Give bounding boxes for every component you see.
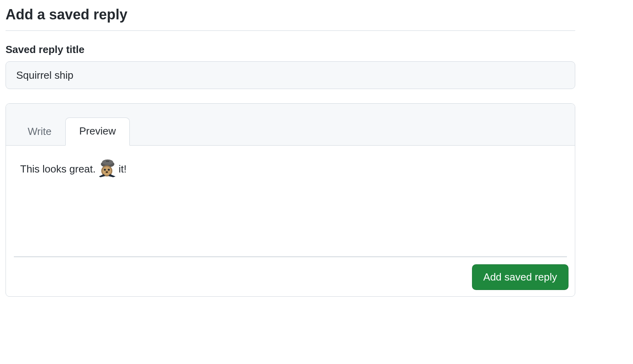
title-input[interactable] (6, 61, 575, 89)
editor-box: Write Preview This looks great. (6, 103, 575, 297)
shipit-squirrel-icon (98, 158, 116, 180)
editor-footer-separator (14, 256, 567, 257)
title-divider (6, 30, 575, 31)
tab-bar: Write Preview (6, 104, 575, 146)
svg-point-1 (102, 159, 113, 165)
tab-preview[interactable]: Preview (65, 118, 129, 146)
tab-write[interactable]: Write (14, 118, 65, 146)
preview-text-before: This looks great. (20, 163, 96, 175)
preview-text: This looks great. it! (20, 158, 561, 180)
svg-point-6 (108, 169, 110, 171)
preview-text-after: it! (119, 163, 127, 175)
svg-point-4 (102, 167, 111, 175)
svg-rect-2 (106, 161, 109, 162)
title-label: Saved reply title (6, 44, 575, 56)
saved-reply-form: Add a saved reply Saved reply title Writ… (6, 6, 575, 297)
button-row: Add saved reply (6, 264, 575, 296)
add-saved-reply-button[interactable]: Add saved reply (472, 264, 569, 290)
preview-area: This looks great. it! (6, 146, 575, 256)
svg-point-5 (104, 169, 106, 171)
svg-point-7 (106, 171, 108, 173)
page-title: Add a saved reply (6, 6, 575, 23)
